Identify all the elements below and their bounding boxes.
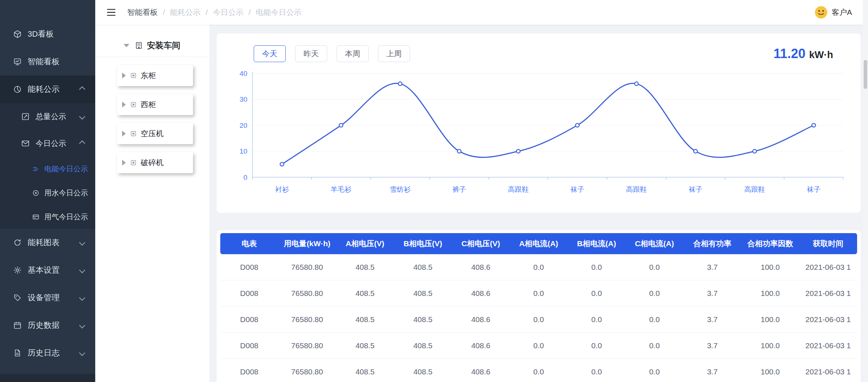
table-cell: 2021-06-03 1 — [799, 359, 857, 382]
sidebar-item-label: 用气今日公示 — [44, 212, 88, 222]
table-cell: 408.6 — [452, 254, 510, 280]
energy-line-chart: 010203040衬衫羊毛衫雪纺衫裤子高跟鞋袜子高跟鞋袜子高跟鞋袜子 — [228, 68, 850, 206]
sidebar-item-history-data[interactable]: 历史数据 — [0, 312, 95, 339]
breadcrumb-item[interactable]: 电能今日公示 — [256, 7, 302, 17]
sidebar-item-total-publicity[interactable]: 总量公示 — [0, 103, 95, 130]
expand-arrow-icon[interactable] — [122, 102, 126, 107]
user-name: 客户A — [832, 7, 852, 17]
sidebar-menu: 3D看板 智能看板 能耗公示 总量公示 今日公示 — [0, 0, 95, 367]
sidebar-item-energy-publicity[interactable]: 能耗公示 — [0, 76, 95, 103]
chart-toolbar: 今天 昨天 本周 上周 11.20 kW·h — [228, 42, 850, 65]
column-header: 用电量(kW·h) — [278, 233, 336, 254]
dashboard-icon — [13, 57, 22, 66]
divider — [95, 57, 209, 57]
user-menu[interactable]: 客户A — [815, 6, 852, 19]
svg-text:高跟鞋: 高跟鞋 — [508, 186, 529, 193]
tab-yesterday[interactable]: 昨天 — [295, 45, 327, 62]
cabinet-icon — [130, 72, 137, 79]
tree-root-node[interactable]: 安装车间 — [95, 34, 209, 57]
sidebar-item-smart-board[interactable]: 智能看板 — [0, 48, 95, 76]
table-cell: 408.6 — [452, 306, 510, 333]
sidebar-item-label: 智能看板 — [28, 56, 60, 67]
sidebar-item-3d-board[interactable]: 3D看板 — [0, 20, 95, 48]
table-cell: 2021-06-03 1 — [799, 333, 857, 359]
chevron-down-icon — [79, 114, 85, 120]
table-cell: 76580.80 — [278, 306, 336, 333]
sync-icon — [13, 238, 22, 247]
tree-node-label: 西柜 — [141, 99, 156, 110]
breadcrumb-item[interactable]: 今日公示 — [213, 7, 244, 17]
page-scrollbar[interactable] — [863, 0, 868, 382]
expand-arrow-icon[interactable] — [122, 131, 126, 137]
table-cell: 3.7 — [683, 254, 741, 280]
expand-arrow-icon[interactable] — [122, 73, 126, 78]
sidebar-item-device-management[interactable]: 设备管理 — [0, 284, 95, 312]
svg-text:10: 10 — [240, 148, 247, 155]
table-cell: 408.5 — [394, 254, 452, 280]
breadcrumb-item[interactable]: 能耗公示 — [170, 7, 201, 17]
table-cell: 2021-06-03 1 — [799, 254, 857, 280]
column-header: B相电压(V) — [394, 233, 452, 254]
svg-text:袜子: 袜子 — [807, 186, 820, 193]
breadcrumb-item[interactable]: 智能看板 — [127, 7, 158, 17]
tree-root-label: 安装车间 — [147, 40, 180, 51]
sidebar-item-today-publicity[interactable]: 今日公示 — [0, 130, 95, 157]
table-cell: 408.6 — [452, 333, 510, 359]
tab-today[interactable]: 今天 — [254, 45, 286, 62]
scrollbar-thumb[interactable] — [864, 60, 867, 89]
sidebar-item-label: 总量公示 — [36, 111, 66, 122]
table-cell: 0.0 — [510, 254, 567, 280]
cube-icon — [13, 30, 22, 38]
table-cell: 408.5 — [336, 333, 394, 359]
table-cell: 100.0 — [741, 280, 799, 306]
sidebar-collapse-bar[interactable] — [0, 374, 95, 382]
table-header-row: 电表用电量(kW·h)A相电压(V)B相电压(V)C相电压(V)A相电流(A)B… — [220, 233, 857, 254]
table-row: D00876580.80408.5408.5408.60.00.00.03.71… — [220, 333, 857, 359]
chart-card: 今天 昨天 本周 上周 11.20 kW·h 010203040衬衫羊毛衫雪纺衫… — [217, 33, 861, 213]
column-header: A相电流(A) — [510, 233, 567, 254]
table-cell: 0.0 — [626, 280, 683, 306]
tree-node-west-cabinet[interactable]: 西柜 — [117, 94, 193, 115]
svg-text:0: 0 — [244, 174, 248, 181]
expand-arrow-icon[interactable] — [122, 160, 126, 166]
sidebar-item-energy-charts[interactable]: 能耗图表 — [0, 229, 95, 256]
mail-icon — [21, 139, 30, 148]
menu-fold-icon[interactable] — [106, 7, 116, 17]
column-header: C相电压(V) — [452, 233, 510, 254]
tab-last-week[interactable]: 上周 — [378, 45, 410, 62]
sidebar-item-water-today[interactable]: 用水今日公示 — [0, 181, 95, 205]
tree-node-east-cabinet[interactable]: 东柜 — [117, 65, 193, 86]
chevron-up-icon — [79, 141, 85, 147]
table-row: D00876580.80408.5408.5408.60.00.00.03.71… — [220, 306, 857, 333]
table-row: D00876580.80408.5408.5408.60.00.00.03.71… — [220, 280, 857, 306]
sidebar-item-basic-settings[interactable]: 基本设置 — [0, 256, 95, 284]
tree-node-crusher[interactable]: 破碎机 — [117, 152, 193, 173]
sidebar-item-gas-today[interactable]: 用气今日公示 — [0, 205, 95, 229]
sidebar-submenu: 总量公示 今日公示 电能今日公示 用水今日公示 — [0, 103, 95, 229]
table-cell: D008 — [220, 306, 278, 333]
table-cell: 408.6 — [452, 280, 510, 306]
table-cell: 408.5 — [336, 359, 394, 382]
sidebar-item-history-logs[interactable]: 历史日志 — [0, 339, 95, 367]
svg-text:袜子: 袜子 — [688, 186, 702, 193]
table-cell: 0.0 — [626, 333, 683, 359]
table-cell: 408.5 — [394, 306, 452, 333]
main-region: 智能看板 / 能耗公示 / 今日公示 / 电能今日公示 客户A 安装车间 — [95, 0, 868, 382]
tab-this-week[interactable]: 本周 — [337, 45, 369, 62]
table-cell: D008 — [220, 333, 278, 359]
caret-down-icon[interactable] — [124, 44, 129, 47]
svg-text:雪纺衫: 雪纺衫 — [390, 186, 410, 193]
svg-text:30: 30 — [240, 96, 247, 103]
chevron-up-icon — [79, 86, 85, 93]
table-cell: D008 — [220, 280, 278, 306]
table-cell: 3.7 — [683, 306, 741, 333]
sidebar-item-electric-today[interactable]: 电能今日公示 — [0, 157, 95, 181]
top-bar: 智能看板 / 能耗公示 / 今日公示 / 电能今日公示 客户A — [95, 0, 868, 25]
svg-text:裤子: 裤子 — [452, 186, 466, 193]
tree-node-label: 东柜 — [141, 70, 156, 81]
sidebar-item-label: 设备管理 — [28, 292, 60, 303]
table-cell: D008 — [220, 359, 278, 382]
table-cell: 0.0 — [568, 254, 626, 280]
table-cell: 0.0 — [510, 359, 567, 382]
tree-node-air-compressor[interactable]: 空压机 — [117, 123, 193, 144]
